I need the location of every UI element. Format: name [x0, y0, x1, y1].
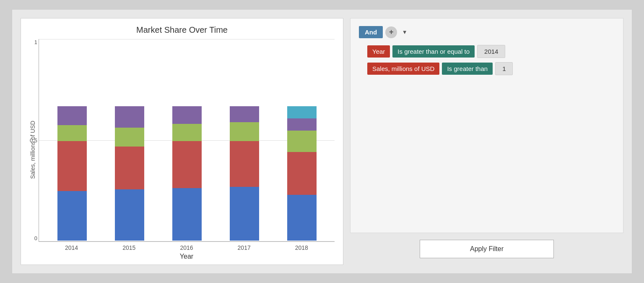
y-tick-1: 1: [25, 39, 37, 45]
bar-segment: [287, 118, 317, 131]
bar-segment: [57, 141, 87, 191]
bar-segment: [287, 195, 317, 241]
x-label: 2017: [229, 244, 259, 251]
x-label: 2015: [114, 244, 144, 251]
bar-segment: [172, 106, 202, 124]
filter-panel: And + ▼ YearIs greater than or equal to2…: [350, 18, 623, 265]
x-axis-title: Year: [39, 253, 335, 260]
bar-segment: [287, 131, 317, 152]
dropdown-arrow-button[interactable]: ▼: [400, 26, 410, 38]
main-container: Market Share Over Time Sales, millions o…: [12, 9, 632, 274]
filter-value-tag[interactable]: 2014: [477, 45, 505, 58]
bar-group: [230, 106, 259, 241]
x-label: 2018: [287, 244, 316, 251]
filter-field-tag[interactable]: Sales, millions of USD: [367, 63, 439, 75]
bar-group: [172, 106, 202, 241]
bar-segment: [230, 122, 259, 141]
bar-segment: [287, 152, 317, 195]
bars-container: [43, 39, 330, 241]
filter-bottom: Apply Filter: [350, 233, 623, 265]
filter-operator-tag[interactable]: Is greater than: [442, 63, 493, 75]
filter-top: And + ▼ YearIs greater than or equal to2…: [350, 18, 623, 233]
bar-segment: [115, 147, 144, 189]
bar-segment: [230, 106, 259, 122]
filter-row: YearIs greater than or equal to2014: [367, 45, 615, 58]
bar-segment: [172, 188, 202, 241]
bar-group: [57, 106, 87, 241]
bar-segment: [57, 125, 87, 141]
plus-icon: +: [389, 28, 394, 37]
filter-toolbar: And + ▼: [359, 26, 615, 38]
x-label: 2016: [172, 244, 201, 251]
add-filter-button[interactable]: +: [385, 26, 397, 38]
and-button[interactable]: And: [359, 26, 383, 38]
bar-segment: [57, 106, 87, 125]
bar-segment: [115, 128, 144, 147]
bar-segment: [57, 191, 87, 241]
bar-group: [287, 106, 317, 241]
bar-segment: [115, 189, 144, 241]
filter-row: Sales, millions of USDIs greater than1: [367, 62, 615, 75]
y-tick-0: 0: [25, 235, 37, 241]
x-axis-labels: 20142015201620172018: [39, 242, 335, 251]
apply-filter-button[interactable]: Apply Filter: [420, 240, 554, 258]
bar-segment: [172, 141, 202, 188]
y-ticks: 1 0.5 0: [25, 39, 37, 241]
chart-grid-and-bars: 1 0.5 0: [39, 39, 335, 242]
y-tick-05: 0.5: [25, 137, 37, 144]
filter-value-tag[interactable]: 1: [495, 62, 513, 75]
bar-segment: [230, 187, 259, 241]
bar-group: [115, 106, 144, 241]
chart-area: Sales, millions of USD 1 0.5 0: [29, 39, 335, 260]
chart-panel: Market Share Over Time Sales, millions o…: [21, 18, 343, 265]
chevron-down-icon: ▼: [402, 29, 408, 35]
bar-segment: [230, 141, 259, 187]
bar-segment: [115, 106, 144, 128]
chart-title: Market Share Over Time: [136, 25, 228, 35]
filter-rows-container: YearIs greater than or equal to2014Sales…: [359, 45, 615, 79]
chart-inner: 1 0.5 0 20142015201620172018: [39, 39, 335, 260]
x-label: 2014: [57, 244, 86, 251]
bar-segment: [172, 124, 202, 142]
filter-operator-tag[interactable]: Is greater than or equal to: [392, 45, 475, 58]
filter-field-tag[interactable]: Year: [367, 45, 390, 58]
bar-segment: [287, 106, 317, 118]
